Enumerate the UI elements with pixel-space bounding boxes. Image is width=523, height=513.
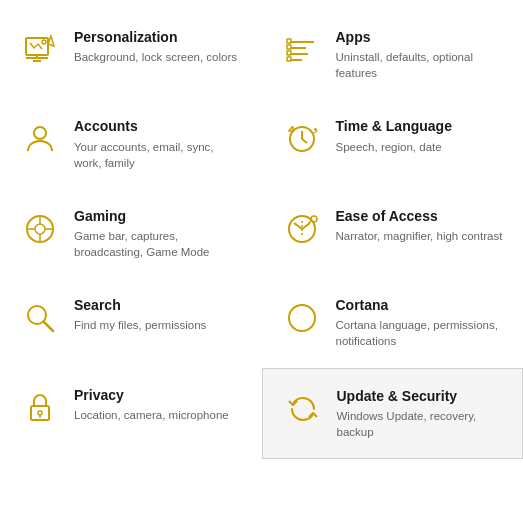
svg-point-21 — [311, 216, 317, 222]
item-title-personalization: Personalization — [74, 28, 242, 46]
item-desc-gaming: Game bar, captures, broadcasting, Game M… — [74, 228, 242, 260]
item-title-gaming: Gaming — [74, 207, 242, 225]
ease-icon — [282, 209, 322, 249]
item-desc-apps: Uninstall, defaults, optional features — [336, 49, 504, 81]
svg-rect-9 — [287, 39, 291, 43]
svg-line-24 — [44, 322, 53, 331]
time-icon — [282, 119, 322, 159]
apps-icon — [282, 30, 322, 70]
item-desc-accounts: Your accounts, email, sync, work, family — [74, 139, 242, 171]
settings-item-gaming[interactable]: Gaming Game bar, captures, broadcasting,… — [0, 189, 262, 278]
item-title-ease-of-access: Ease of Access — [336, 207, 504, 225]
svg-line-22 — [308, 221, 311, 224]
settings-item-time-language[interactable]: Time & Language Speech, region, date — [262, 99, 524, 188]
item-desc-ease-of-access: Narrator, magnifier, high contrast — [336, 228, 504, 244]
search-icon — [20, 298, 60, 338]
settings-item-apps[interactable]: Apps Uninstall, defaults, optional featu… — [262, 10, 524, 99]
svg-rect-10 — [287, 45, 291, 49]
cortana-icon — [282, 298, 322, 338]
item-desc-update-security: Windows Update, recovery, backup — [337, 408, 503, 440]
settings-item-personalization[interactable]: Personalization Background, lock screen,… — [0, 10, 262, 99]
item-title-apps: Apps — [336, 28, 504, 46]
settings-item-accounts[interactable]: Accounts Your accounts, email, sync, wor… — [0, 99, 262, 188]
item-text-update-security: Update & Security Windows Update, recove… — [337, 387, 503, 440]
svg-rect-11 — [287, 51, 291, 55]
privacy-icon — [20, 388, 60, 428]
item-desc-personalization: Background, lock screen, colors — [74, 49, 242, 65]
item-text-cortana: Cortana Cortana language, permissions, n… — [336, 296, 504, 349]
item-text-accounts: Accounts Your accounts, email, sync, wor… — [74, 117, 242, 170]
item-desc-privacy: Location, camera, microphone — [74, 407, 242, 423]
item-title-cortana: Cortana — [336, 296, 504, 314]
svg-line-16 — [302, 139, 307, 143]
item-text-search: Search Find my files, permissions — [74, 296, 242, 333]
settings-item-ease-of-access[interactable]: Ease of Access Narrator, magnifier, high… — [262, 189, 524, 278]
accounts-icon — [20, 119, 60, 159]
item-text-personalization: Personalization Background, lock screen,… — [74, 28, 242, 65]
svg-rect-12 — [287, 57, 291, 61]
item-text-privacy: Privacy Location, camera, microphone — [74, 386, 242, 423]
item-desc-time-language: Speech, region, date — [336, 139, 504, 155]
item-text-time-language: Time & Language Speech, region, date — [336, 117, 504, 154]
settings-item-privacy[interactable]: Privacy Location, camera, microphone — [0, 368, 262, 459]
svg-point-13 — [34, 127, 46, 139]
item-title-update-security: Update & Security — [337, 387, 503, 405]
item-title-time-language: Time & Language — [336, 117, 504, 135]
settings-item-search[interactable]: Search Find my files, permissions — [0, 278, 262, 367]
svg-point-27 — [38, 411, 42, 415]
settings-item-update-security[interactable]: Update & Security Windows Update, recove… — [262, 368, 524, 459]
item-text-ease-of-access: Ease of Access Narrator, magnifier, high… — [336, 207, 504, 244]
personalization-icon — [20, 30, 60, 70]
svg-point-25 — [289, 305, 315, 331]
item-title-privacy: Privacy — [74, 386, 242, 404]
item-text-gaming: Gaming Game bar, captures, broadcasting,… — [74, 207, 242, 260]
item-desc-cortana: Cortana language, permissions, notificat… — [336, 317, 504, 349]
update-icon — [283, 389, 323, 429]
gaming-icon — [20, 209, 60, 249]
item-desc-search: Find my files, permissions — [74, 317, 242, 333]
item-title-accounts: Accounts — [74, 117, 242, 135]
settings-grid: Personalization Background, lock screen,… — [0, 10, 523, 459]
item-text-apps: Apps Uninstall, defaults, optional featu… — [336, 28, 504, 81]
svg-point-18 — [35, 224, 45, 234]
svg-point-4 — [42, 40, 46, 44]
settings-item-cortana[interactable]: Cortana Cortana language, permissions, n… — [262, 278, 524, 367]
item-title-search: Search — [74, 296, 242, 314]
